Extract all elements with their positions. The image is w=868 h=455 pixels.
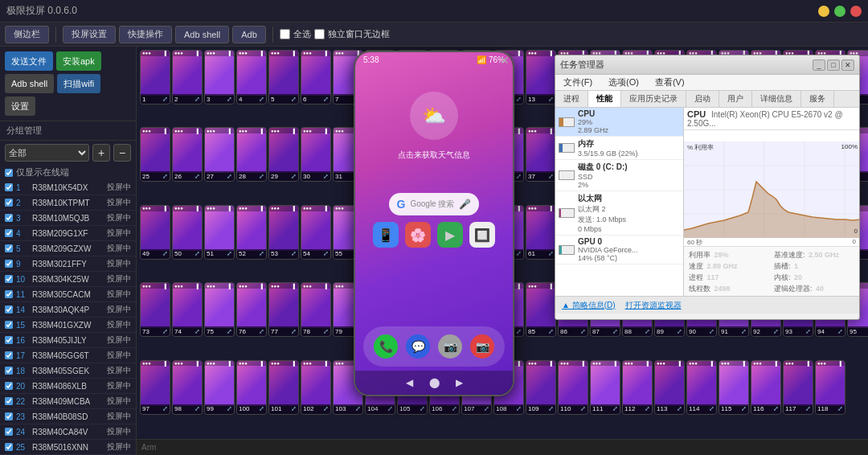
device-thumbnail[interactable]: ●●● ▌ 53 ⤢	[268, 205, 299, 260]
phone-overlay[interactable]: ✕ 5:38 📶 76% ⛅ 点击来获取天气信息 G Goo	[354, 51, 514, 396]
device-list-item[interactable]: 23 R38M40B08SD 投屏中	[0, 409, 136, 424]
device-check[interactable]	[5, 275, 13, 283]
settings-button[interactable]: 设置	[5, 96, 35, 116]
device-thumbnail[interactable]: ●●● ▌ 50 ⤢	[172, 205, 203, 260]
independent-mode-checkbox[interactable]: 独立窗口无边框	[314, 28, 390, 40]
device-thumbnail[interactable]: ●●● ▌ 77 ⤢	[268, 282, 299, 337]
device-thumbnail[interactable]: ●●● ▌ 4 ⤢	[236, 50, 267, 105]
device-check[interactable]	[5, 412, 13, 420]
device-thumbnail[interactable]: ●●● ▌ 6 ⤢	[301, 50, 331, 105]
tm-maximize-button[interactable]: □	[827, 59, 840, 71]
device-thumbnail[interactable]: ●●● ▌ 99 ⤢	[204, 360, 235, 415]
adb-button[interactable]: Adb	[232, 26, 266, 43]
device-thumbnail[interactable]: ●●● ▌ 115 ⤢	[719, 360, 749, 415]
device-thumbnail[interactable]: ●●● ▌ 114 ⤢	[686, 360, 717, 415]
dock-msg-icon[interactable]: 💬	[406, 334, 430, 359]
close-button[interactable]	[850, 6, 862, 17]
device-thumbnail[interactable]: ●●● ▌ 52 ⤢	[236, 205, 267, 260]
device-thumbnail[interactable]: ●●● ▌ 100 ⤢	[236, 360, 267, 415]
device-thumbnail[interactable]: ●●● ▌ 98 ⤢	[172, 360, 203, 415]
device-thumbnail[interactable]: ●●● ▌ 73 ⤢	[140, 282, 170, 337]
sidebar-toggle-button[interactable]: 侧边栏	[5, 26, 49, 43]
device-thumbnail[interactable]: ●●● ▌ 49 ⤢	[140, 205, 170, 260]
dock-app5-icon[interactable]: 📷	[470, 334, 494, 359]
device-check[interactable]	[5, 214, 13, 222]
device-list-item[interactable]: 18 R38M405SGEK 投屏中	[0, 363, 136, 379]
device-check[interactable]	[5, 336, 13, 344]
tm-menu-view[interactable]: 查看(V)	[652, 76, 688, 88]
phone-close-button[interactable]: ✕	[500, 54, 510, 67]
device-list-item[interactable]: 22 R38M409MCBA 投屏中	[0, 394, 136, 409]
device-thumbnail[interactable]: ●●● ▌ 109 ⤢	[526, 360, 556, 415]
maximize-button[interactable]	[834, 6, 845, 17]
tm-tab-用户[interactable]: 用户	[719, 91, 752, 107]
phone-search-bar[interactable]: G Google 搜索 🎤	[389, 193, 480, 215]
device-thumbnail[interactable]: ●●● ▌ 101 ⤢	[268, 360, 299, 415]
device-list-item[interactable]: 10 R38M304K25W 投屏中	[0, 272, 136, 287]
remove-group-button[interactable]: −	[113, 144, 131, 162]
device-list-item[interactable]: 16 R38M405JIJLY 投屏中	[0, 333, 136, 348]
device-list-item[interactable]: 25 R38M5016XNN 投屏中	[0, 440, 136, 455]
projection-settings-button[interactable]: 投屏设置	[63, 26, 116, 43]
device-list-item[interactable]: 1 R38M10K54DX 投屏中	[0, 180, 136, 195]
device-thumbnail[interactable]: ●●● ▌ 78 ⤢	[301, 282, 331, 337]
device-thumbnail[interactable]: ●●● ▌ 54 ⤢	[301, 205, 331, 260]
device-thumbnail[interactable]: ●●● ▌ 112 ⤢	[622, 360, 653, 415]
scan-wifi-button[interactable]: 扫描wifi	[57, 74, 100, 93]
device-check[interactable]	[5, 367, 13, 375]
app-icon-4[interactable]: 🔲	[469, 222, 495, 248]
device-check[interactable]	[5, 351, 13, 359]
device-list-item[interactable]: 11 R38M305CACM 投屏中	[0, 287, 136, 302]
device-thumbnail[interactable]: ●●● ▌ 26 ⤢	[172, 127, 203, 182]
device-thumbnail[interactable]: ●●● ▌ 1 ⤢	[140, 50, 170, 105]
device-thumbnail[interactable]: ●●● ▌ 28 ⤢	[236, 127, 267, 182]
device-check[interactable]	[5, 244, 13, 252]
device-thumbnail[interactable]: ●●● ▌ 102 ⤢	[301, 360, 331, 415]
device-check[interactable]	[5, 305, 13, 314]
shortcut-ops-button[interactable]: 快捷操作	[119, 26, 172, 43]
phone-weather-text[interactable]: 点击来获取天气信息	[398, 150, 470, 161]
independent-mode-check-input[interactable]	[314, 29, 325, 39]
device-check[interactable]	[5, 321, 13, 329]
tm-tab-详细信息[interactable]: 详细信息	[752, 91, 801, 107]
device-thumbnail[interactable]: ●●● ▌ 75 ⤢	[204, 282, 235, 337]
install-apk-button[interactable]: 安装apk	[56, 51, 101, 71]
tm-menu-file[interactable]: 文件(F)	[560, 76, 596, 88]
device-list-item[interactable]: 2 R38M10KTPMT 投屏中	[0, 195, 136, 211]
device-check[interactable]	[5, 290, 13, 298]
tm-open-monitor-button[interactable]: 打开资源监视器	[625, 300, 682, 311]
device-thumbnail[interactable]: ●●● ▌ 110 ⤢	[558, 360, 588, 415]
device-list-item[interactable]: 9 R38M3021FFY 投屏中	[0, 256, 136, 272]
device-check[interactable]	[5, 382, 13, 390]
adb-sidebar-button[interactable]: Adb shell	[5, 74, 54, 93]
device-check[interactable]	[5, 428, 13, 436]
tm-tab-应用历史记录[interactable]: 应用历史记录	[621, 91, 686, 107]
device-check[interactable]	[5, 229, 13, 237]
device-thumbnail[interactable]: ●●● ▌ 51 ⤢	[204, 205, 235, 260]
device-thumbnail[interactable]: ●●● ▌ 76 ⤢	[236, 282, 267, 337]
device-thumbnail[interactable]: ●●● ▌ 30 ⤢	[301, 127, 331, 182]
device-thumbnail[interactable]: ●●● ▌ 61 ⤢	[526, 205, 556, 260]
device-thumbnail[interactable]: ●●● ▌ 85 ⤢	[526, 282, 556, 337]
device-check[interactable]	[5, 199, 13, 207]
device-thumbnail[interactable]: ●●● ▌ 113 ⤢	[654, 360, 685, 415]
app-icon-2[interactable]: 🌸	[405, 222, 431, 248]
tm-tab-服务[interactable]: 服务	[801, 91, 834, 107]
device-list-item[interactable]: 15 R38M401GXZW 投屏中	[0, 318, 136, 333]
device-list-item[interactable]: 5 R38M209GZXW 投屏中	[0, 241, 136, 256]
all-screen-check-input[interactable]	[280, 29, 290, 39]
device-thumbnail[interactable]: ●●● ▌ 118 ⤢	[815, 360, 845, 415]
device-list-item[interactable]: 14 R38M30AQK4P 投屏中	[0, 302, 136, 318]
dock-phone-icon[interactable]: 📞	[374, 334, 398, 359]
tm-memory-row[interactable]: 内存 3.5/15.9 GB (22%)	[555, 137, 683, 160]
device-check[interactable]	[5, 260, 13, 268]
device-thumbnail[interactable]: ●●● ▌ 117 ⤢	[783, 360, 813, 415]
device-thumbnail[interactable]: ●●● ▌ 25 ⤢	[140, 127, 170, 182]
device-thumbnail[interactable]: ●●● ▌ 29 ⤢	[268, 127, 299, 182]
app-icon-3[interactable]: ▶	[437, 222, 463, 248]
device-check[interactable]	[5, 443, 13, 451]
device-thumbnail[interactable]: ●●● ▌ 37 ⤢	[526, 127, 556, 182]
device-check[interactable]	[5, 397, 13, 405]
device-check[interactable]	[5, 183, 13, 191]
tm-tab-进程[interactable]: 进程	[555, 91, 588, 107]
